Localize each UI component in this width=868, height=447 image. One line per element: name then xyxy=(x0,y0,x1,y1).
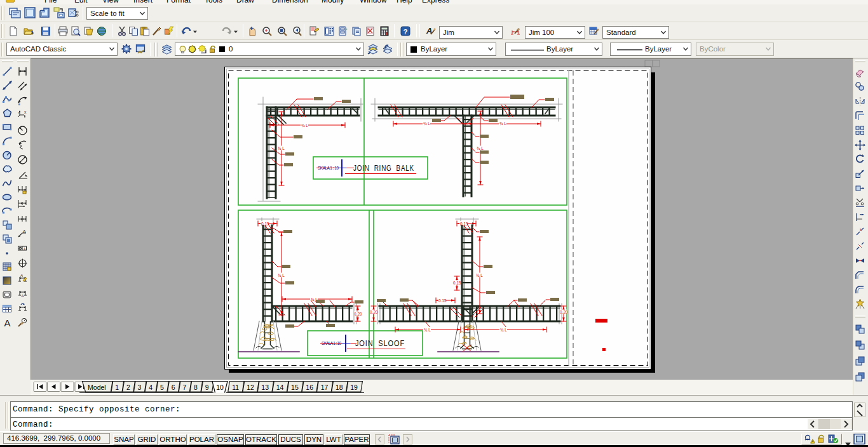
svg-text:15: 15 xyxy=(291,384,299,391)
svg-text:18: 18 xyxy=(336,384,343,391)
svg-text:11: 11 xyxy=(232,384,239,391)
svg-text:¾ L: ¾ L xyxy=(477,146,484,150)
svg-text:17: 17 xyxy=(321,384,329,391)
svg-text:0.20: 0.20 xyxy=(560,310,568,314)
svg-text:0.20: 0.20 xyxy=(370,310,378,314)
svg-text:0.15: 0.15 xyxy=(261,222,269,226)
svg-text:8: 8 xyxy=(194,384,198,391)
svg-text:6: 6 xyxy=(172,384,175,391)
svg-text:0.15: 0.15 xyxy=(453,281,461,285)
svg-text:¾ L: ¾ L xyxy=(423,121,430,126)
svg-text:¾ L: ¾ L xyxy=(301,123,308,128)
svg-text:¾ L: ¾ L xyxy=(278,146,285,150)
svg-text:16: 16 xyxy=(306,384,313,391)
svg-text:7: 7 xyxy=(182,384,186,391)
svg-text:14: 14 xyxy=(276,384,284,391)
svg-text:19: 19 xyxy=(350,384,358,391)
svg-text:JOIN RING BALK: JOIN RING BALK xyxy=(353,163,414,173)
svg-text:A: A xyxy=(4,317,10,328)
svg-text:0.15: 0.15 xyxy=(460,222,468,226)
svg-text:¾ L: ¾ L xyxy=(424,328,431,332)
svg-text:9: 9 xyxy=(205,384,209,391)
svg-text:0.15: 0.15 xyxy=(438,298,447,303)
svg-text:?: ? xyxy=(403,28,407,36)
svg-text:A: A xyxy=(23,229,26,234)
svg-text:1: 1 xyxy=(115,384,119,391)
svg-text:Model: Model xyxy=(88,384,106,391)
svg-text:0.20: 0.20 xyxy=(354,312,362,316)
svg-text:JOIN SLOOF: JOIN SLOOF xyxy=(355,338,405,348)
svg-text:¾ L: ¾ L xyxy=(476,273,483,277)
svg-text:A: A xyxy=(20,274,23,277)
svg-text:13: 13 xyxy=(261,384,269,391)
svg-text:¾ L: ¾ L xyxy=(499,121,506,126)
svg-text:4: 4 xyxy=(149,384,153,391)
svg-text:12: 12 xyxy=(247,384,254,391)
svg-text:X: X xyxy=(24,110,27,114)
svg-text:10: 10 xyxy=(216,384,224,391)
svg-text:5: 5 xyxy=(160,384,164,391)
svg-text:¾ L: ¾ L xyxy=(500,328,507,332)
svg-text:2: 2 xyxy=(126,384,130,391)
svg-text:A: A xyxy=(22,294,24,298)
svg-text:¾ L: ¾ L xyxy=(278,273,285,277)
svg-text:3: 3 xyxy=(138,384,142,391)
